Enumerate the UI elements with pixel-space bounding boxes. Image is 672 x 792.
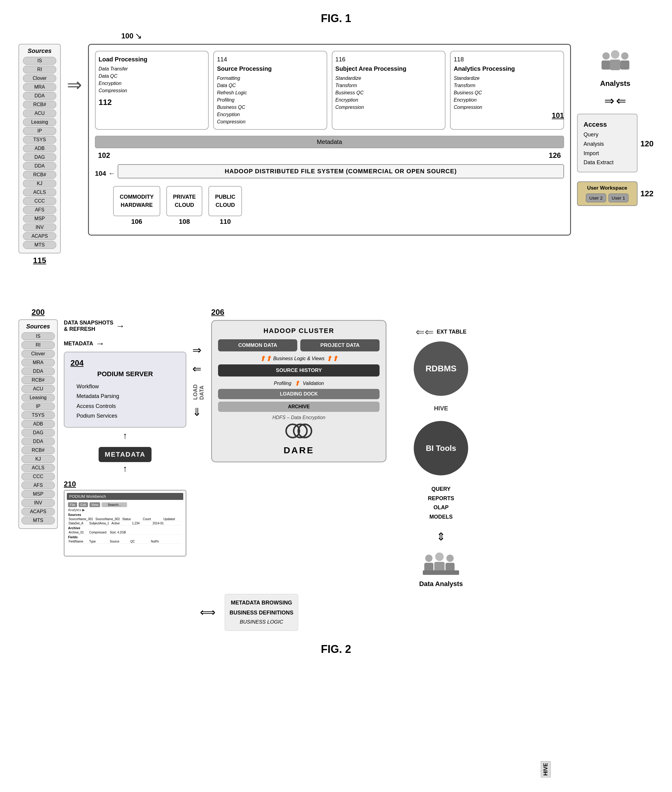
screenshot-toolbar: File Edit View Search... xyxy=(68,502,182,507)
fig2-source-item: KJ xyxy=(21,455,55,463)
ss-table-row-2: Archive_01 Compressed Size: 4.2GB xyxy=(68,530,182,534)
load-processing-items: Data TransferData QCEncryptionCompressio… xyxy=(99,65,205,94)
analysts-figure xyxy=(597,50,633,78)
private-cloud-block: PRIVATECLOUD xyxy=(166,186,202,216)
user-disc-2: User 2 xyxy=(586,194,606,202)
query-double-arrow: ⇕ xyxy=(437,530,445,543)
data-analysts-label: Data Analysts xyxy=(419,580,463,588)
fig1-main-box: Load Processing Data TransferData QCEncr… xyxy=(88,44,571,235)
fig1-sources-panel: Sources IS RI Clover MRA DDA RCB# ACU Le… xyxy=(18,44,61,253)
dare-logo xyxy=(218,422,379,444)
fig2-container: 200 Sources IS RI Clover MRA DDA RCB# AC… xyxy=(18,307,654,656)
business-logic-label: Business Logic & Views xyxy=(273,356,325,362)
fig2-main: 200 Sources IS RI Clover MRA DDA RCB# AC… xyxy=(18,307,654,588)
svg-rect-5 xyxy=(620,61,629,70)
svg-point-13 xyxy=(446,555,454,562)
fig2-source-item: MRA xyxy=(21,358,55,366)
ss-table-row-3: FieldName Type Source QC Null% xyxy=(68,539,182,544)
user-workspace: User Workspace User 2 User 1 xyxy=(577,181,637,206)
fig2-metadata-box: METADATA xyxy=(99,447,152,462)
svg-point-6 xyxy=(286,424,299,438)
subject-area-items: StandardizeTransformBusiness QCEncryptio… xyxy=(335,75,442,111)
public-cloud-block: PUBLICCLOUD xyxy=(208,186,242,216)
fig1-sources-list: IS RI Clover MRA DDA RCB# ACU Leasing IP… xyxy=(21,57,58,249)
fig1-number-102: 102 xyxy=(98,151,110,160)
source-item: DDA xyxy=(23,162,56,170)
processing-grid: Load Processing Data TransferData QCEncr… xyxy=(95,51,564,130)
fig2-bottom-area: ⟺ METADATA BROWSING BUSINESS DEFINITIONS… xyxy=(200,594,442,630)
source-item: INV xyxy=(23,224,56,231)
public-number: 110 xyxy=(219,218,231,226)
access-title: Access xyxy=(584,119,631,130)
fig2-source-item: INV xyxy=(21,499,55,507)
screenshot-number: 210 xyxy=(64,480,186,488)
cluster-top-row: COMMON DATA PROJECT DATA xyxy=(218,339,379,351)
source-item: IS xyxy=(23,57,56,65)
archive-block: ARCHIVE xyxy=(218,402,379,412)
source-processing-block: 114 Source Processing FormattingData QCR… xyxy=(213,51,327,130)
analytics-title: Analytics Processing xyxy=(454,64,560,73)
analysts-area: Analysts xyxy=(597,50,633,88)
fig2-source-item: ADB xyxy=(21,420,55,428)
screenshot-box: PODIUM Workbench File Edit View Search..… xyxy=(64,490,186,557)
metadata-bar: Metadata xyxy=(95,136,564,148)
fig2-top-number: 200 xyxy=(32,307,45,317)
hadoop-cluster: HADOOP CLUSTER COMMON DATA PROJECT DATA … xyxy=(211,320,387,462)
source-processing-number-top: 114 xyxy=(217,55,323,64)
fig2-source-item: MSP xyxy=(21,490,55,498)
input-arrow: ⇒ xyxy=(67,74,82,95)
fig1-title: FIG. 1 xyxy=(18,12,654,25)
metadata-arrow-label: METADATA xyxy=(64,341,93,347)
metadata-browsing-line3: BUSINESS LOGIC xyxy=(230,618,293,627)
source-item: RCB# xyxy=(23,101,56,109)
fig2-sources-title: Sources xyxy=(21,323,55,330)
analytics-items: StandardizeTransformBusiness QCEncryptio… xyxy=(454,75,560,111)
user-discs: User 2 User 1 xyxy=(582,194,632,202)
fig2-source-item: RI xyxy=(21,341,55,349)
podium-number: 204 xyxy=(70,358,180,368)
source-item: ADB xyxy=(23,144,56,152)
rdbms-label: RDBMS xyxy=(426,364,457,373)
fig1-number-126: 126 xyxy=(549,151,561,160)
source-item: ACLS xyxy=(23,189,56,196)
fig2-source-item: ACU xyxy=(21,385,55,393)
fig2-source-item: RCB# xyxy=(21,446,55,454)
source-item: KJ xyxy=(23,180,56,187)
fig2-source-item: DAG xyxy=(21,429,55,437)
fig1-hadoop-section: 104 ← HADOOP DISTRIBUTED FILE SYSTEM (CO… xyxy=(95,164,564,226)
hardware-grid: COMMODITYHARDWARE 106 PRIVATECLOUD 108 P… xyxy=(113,186,564,226)
bottom-double-arrow: ⟺ xyxy=(200,606,216,619)
fig2-source-item: ACAPS xyxy=(21,508,55,515)
fig2-source-item: Clover xyxy=(21,350,55,358)
ss-btn-2[interactable]: Edit xyxy=(78,502,88,507)
fig2-source-item: CCC xyxy=(21,473,55,480)
ss-search[interactable]: Search... xyxy=(102,502,127,507)
svg-point-9 xyxy=(425,555,432,562)
bi-tools-label: BI Tools xyxy=(426,444,456,453)
source-item: MSP xyxy=(23,215,56,222)
fig2-source-item: IP xyxy=(21,403,55,410)
ss-btn-1[interactable]: File xyxy=(68,502,77,507)
dare-title: DARE xyxy=(218,445,379,455)
source-processing-items: FormattingData QCRefresh LogicProfilingB… xyxy=(217,75,323,125)
svg-rect-3 xyxy=(610,59,620,70)
page-container: FIG. 1 100 ↘ Sources IS RI Clover MRA DD… xyxy=(0,0,672,668)
source-history-block: SOURCE HISTORY xyxy=(218,365,379,376)
hadoop-number: 104 xyxy=(95,170,106,178)
source-history-row: SOURCE HISTORY xyxy=(218,365,379,376)
fig2-source-item: DDA xyxy=(21,367,55,375)
access-number: 120 xyxy=(640,139,654,149)
podium-box: 204 PODIUM SERVER WorkflowMetadata Parsi… xyxy=(64,352,186,427)
source-item: MTS xyxy=(23,241,56,249)
subject-area-block: 116 Subject Area Processing StandardizeT… xyxy=(332,51,445,130)
source-item: RCB# xyxy=(23,171,56,179)
fig1-bottom-numbers: 102 126 xyxy=(95,151,564,160)
main-box-number: 101 xyxy=(552,111,564,120)
analysts-label: Analysts xyxy=(597,79,633,88)
subject-area-title: Subject Area Processing xyxy=(335,64,442,73)
ss-btn-3[interactable]: View xyxy=(90,502,101,507)
source-item: IP xyxy=(23,127,56,135)
ss-table-row: DataSet_A SubjectArea_1 Active 1,234 201… xyxy=(68,522,182,526)
svg-point-11 xyxy=(435,552,444,561)
source-item: DAG xyxy=(23,153,56,161)
